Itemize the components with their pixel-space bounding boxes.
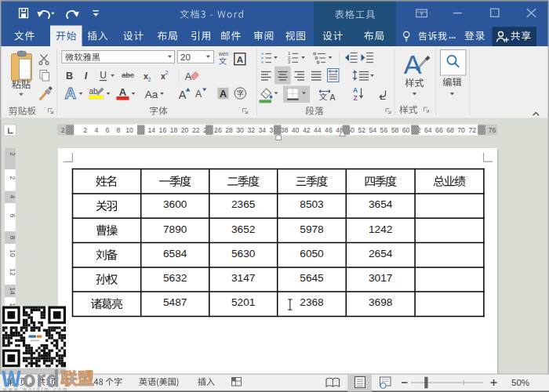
- svg-text:7890: 7890: [163, 223, 187, 235]
- svg-text:A: A: [195, 89, 202, 100]
- svg-text:12: 12: [9, 268, 16, 276]
- svg-text:6: 6: [106, 126, 110, 134]
- svg-text:8: 8: [9, 236, 16, 240]
- svg-text:30: 30: [236, 126, 244, 134]
- svg-text:3600: 3600: [163, 198, 187, 210]
- svg-text:2: 2: [9, 152, 16, 156]
- svg-text:1242: 1242: [369, 223, 392, 235]
- svg-text:40: 40: [292, 126, 300, 134]
- svg-text:A: A: [353, 86, 358, 94]
- svg-text:A: A: [404, 49, 422, 79]
- svg-text:3652: 3652: [231, 223, 255, 235]
- svg-text:16: 16: [159, 126, 167, 134]
- svg-text:70: 70: [457, 126, 465, 134]
- svg-text:72: 72: [468, 126, 476, 134]
- svg-text:10: 10: [125, 126, 133, 134]
- svg-text:46: 46: [325, 126, 333, 134]
- svg-text:14: 14: [9, 287, 16, 295]
- svg-text:6: 6: [9, 214, 16, 218]
- svg-text:3: 3: [288, 60, 290, 64]
- svg-text:2: 2: [148, 77, 151, 82]
- svg-text:2: 2: [61, 126, 65, 134]
- svg-text:Z: Z: [353, 94, 357, 102]
- svg-text:6584: 6584: [163, 248, 187, 260]
- svg-text:4: 4: [94, 126, 98, 134]
- svg-text:32: 32: [247, 126, 255, 134]
- svg-text:5978: 5978: [300, 223, 324, 235]
- svg-text:26: 26: [214, 126, 222, 134]
- svg-text:3147: 3147: [231, 272, 255, 284]
- svg-text:2: 2: [9, 176, 16, 180]
- svg-text:5487: 5487: [163, 296, 187, 308]
- svg-text:5645: 5645: [300, 272, 324, 284]
- svg-text:3654: 3654: [369, 198, 393, 210]
- svg-text:wén: wén: [218, 51, 229, 56]
- svg-text:54: 54: [369, 126, 377, 134]
- svg-text:A: A: [220, 89, 227, 100]
- svg-text:2365: 2365: [231, 198, 256, 210]
- svg-text:20: 20: [181, 126, 189, 134]
- svg-text:ab: ab: [89, 87, 98, 96]
- svg-text:28: 28: [225, 126, 233, 134]
- svg-text:58: 58: [391, 126, 399, 134]
- svg-text:A: A: [237, 55, 243, 64]
- svg-text:18: 18: [170, 126, 178, 134]
- svg-text:A: A: [119, 86, 127, 98]
- svg-text:5632: 5632: [163, 272, 187, 284]
- svg-text:...: ...: [449, 31, 456, 40]
- svg-text:34: 34: [259, 126, 267, 134]
- svg-text:56: 56: [380, 126, 388, 134]
- svg-text:64: 64: [424, 126, 432, 134]
- svg-text:I: I: [85, 71, 88, 82]
- svg-text:6050: 6050: [300, 248, 324, 260]
- svg-text:66: 66: [435, 126, 443, 134]
- svg-text:2654: 2654: [369, 248, 393, 260]
- svg-text:68: 68: [446, 126, 454, 134]
- svg-text:10: 10: [9, 249, 16, 257]
- svg-text:22: 22: [192, 126, 200, 134]
- svg-text:A: A: [179, 89, 187, 101]
- svg-text:B: B: [66, 71, 73, 82]
- svg-text:3698: 3698: [369, 296, 393, 308]
- svg-text:w w w . w o r d l m . c o m: w w w . w o r d l m . c o m: [2, 387, 67, 392]
- svg-text:76: 76: [489, 126, 496, 134]
- svg-text:2: 2: [165, 70, 169, 75]
- svg-text:8503: 8503: [300, 198, 324, 210]
- svg-text:A: A: [329, 93, 335, 102]
- svg-text:3017: 3017: [369, 272, 392, 284]
- svg-text:60: 60: [402, 126, 410, 134]
- svg-text:38: 38: [281, 126, 289, 134]
- svg-text:5201: 5201: [231, 296, 255, 308]
- svg-text:A: A: [65, 85, 76, 102]
- svg-text:Aa: Aa: [145, 89, 158, 100]
- svg-text:14: 14: [148, 126, 156, 134]
- svg-text:52: 52: [358, 126, 365, 134]
- svg-text:20: 20: [180, 53, 191, 62]
- svg-text:2368: 2368: [300, 296, 324, 308]
- svg-text:5630: 5630: [231, 248, 256, 260]
- svg-text:U: U: [100, 70, 107, 81]
- svg-text:44: 44: [314, 126, 322, 134]
- svg-text:4: 4: [9, 195, 16, 199]
- svg-text:8: 8: [117, 126, 121, 134]
- svg-text:50%: 50%: [511, 378, 529, 387]
- svg-text:42: 42: [303, 126, 311, 134]
- svg-text:2: 2: [83, 126, 87, 134]
